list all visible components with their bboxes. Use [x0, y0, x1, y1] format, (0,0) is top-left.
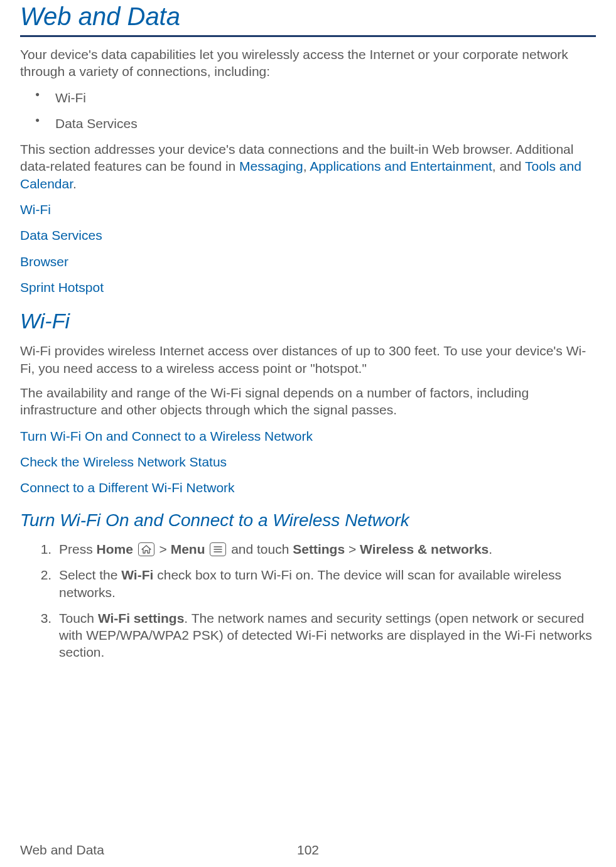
text: .: [489, 542, 492, 556]
list-item: Wi-Fi: [20, 89, 596, 106]
page-title: Web and Data: [20, 0, 596, 37]
steps-list: Press Home > Menu and touch Settings > W…: [20, 541, 596, 661]
text: Press: [59, 542, 97, 556]
step-3: Touch Wi-Fi settings. The network names …: [55, 610, 596, 661]
wifi-settings-label: Wi-Fi settings: [98, 611, 184, 625]
intro-paragraph: Your device's data capabilities let you …: [20, 46, 596, 80]
settings-label: Settings: [293, 542, 345, 556]
wifi-paragraph-1: Wi-Fi provides wireless Internet access …: [20, 342, 596, 377]
home-icon: [138, 542, 154, 556]
menu-icon: [210, 542, 226, 556]
toc-link-browser[interactable]: Browser: [20, 253, 596, 270]
footer-page-number: 102: [297, 841, 319, 858]
connect-different-wifi-link[interactable]: Connect to a Different Wi-Fi Network: [20, 479, 596, 496]
turn-wifi-on-link[interactable]: Turn Wi-Fi On and Connect to a Wireless …: [20, 428, 596, 444]
text: Touch: [59, 611, 98, 625]
turn-wifi-on-heading: Turn Wi-Fi On and Connect to a Wireless …: [20, 509, 596, 532]
text: , and: [492, 159, 525, 173]
list-item: Data Services: [20, 115, 596, 132]
home-label: Home: [97, 542, 133, 556]
text: and touch: [227, 542, 293, 556]
text: Select the: [59, 568, 121, 582]
toc-link-sprint-hotspot[interactable]: Sprint Hotspot: [20, 279, 596, 296]
wireless-networks-label: Wireless & networks: [360, 542, 489, 556]
text: >: [345, 542, 360, 556]
wifi-paragraph-2: The availability and range of the Wi-Fi …: [20, 384, 596, 419]
applications-entertainment-link[interactable]: Applications and Entertainment: [310, 159, 492, 173]
connection-list: Wi-Fi Data Services: [20, 89, 596, 132]
wifi-label: Wi-Fi: [121, 568, 153, 582]
section-overview-paragraph: This section addresses your device's dat…: [20, 141, 596, 192]
footer-section-name: Web and Data: [20, 841, 104, 858]
menu-label: Menu: [171, 542, 205, 556]
step-1: Press Home > Menu and touch Settings > W…: [55, 541, 596, 557]
toc-link-wifi[interactable]: Wi-Fi: [20, 201, 596, 218]
page-footer: Web and Data 102: [20, 841, 596, 858]
text: ,: [303, 159, 310, 173]
text: .: [73, 176, 77, 191]
text: >: [156, 542, 171, 556]
wifi-heading: Wi-Fi: [20, 307, 596, 335]
step-2: Select the Wi-Fi check box to turn Wi-Fi…: [55, 566, 596, 601]
check-wireless-status-link[interactable]: Check the Wireless Network Status: [20, 453, 596, 470]
messaging-link[interactable]: Messaging: [239, 159, 303, 173]
toc-link-data-services[interactable]: Data Services: [20, 227, 596, 244]
